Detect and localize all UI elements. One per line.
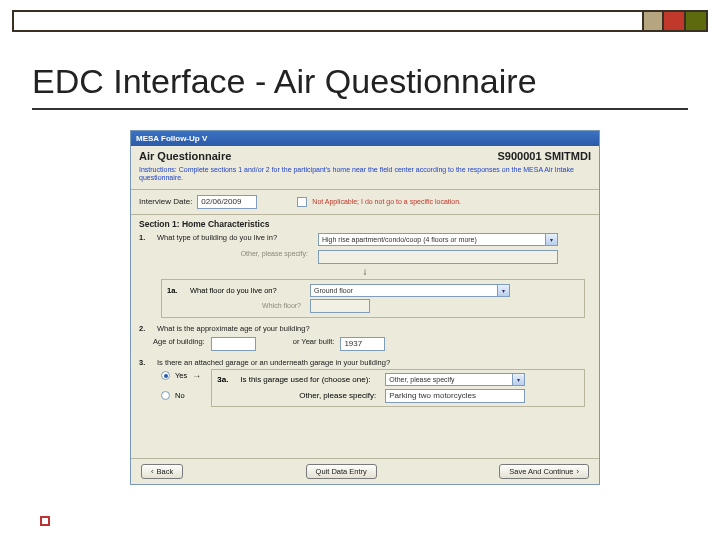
instructions-text: Instructions: Complete sections 1 and/or… <box>131 164 599 190</box>
q3a-other-label: Other, please specify: <box>240 391 380 400</box>
quit-button[interactable]: Quit Data Entry <box>306 464 377 479</box>
q1a-floor-select[interactable]: Ground floor ▾ <box>310 284 510 297</box>
q3-label: Is there an attached garage or an undern… <box>157 358 390 367</box>
q2-label: What is the approximate age of your buil… <box>157 324 310 333</box>
q2-age-label: Age of building: <box>153 337 205 346</box>
swatch-red <box>664 10 686 32</box>
q1-building-select[interactable]: High rise apartment/condo/coop (4 floors… <box>318 233 558 246</box>
back-label: Back <box>157 467 174 476</box>
chevron-left-icon: ‹ <box>151 467 154 476</box>
page-title: EDC Interface - Air Questionnaire <box>32 62 537 101</box>
save-label: Save And Continue <box>509 467 573 476</box>
chevron-right-icon: › <box>577 467 580 476</box>
form-title: Air Questionnaire <box>139 150 231 162</box>
q3a-select-value: Other, please specify <box>389 376 454 383</box>
save-continue-button[interactable]: Save And Continue › <box>499 464 589 479</box>
q1-row: 1. What type of building do you live in?… <box>131 231 599 248</box>
q1a-label: What floor do you live on? <box>190 286 305 295</box>
q3-no-label: No <box>175 391 185 400</box>
title-rule <box>32 108 688 110</box>
chevron-down-icon: ▾ <box>497 285 509 296</box>
q2-year-label: or Year built: <box>293 337 335 346</box>
q1-num: 1. <box>139 233 151 242</box>
q1a-box: 1a. What floor do you live on? Ground fl… <box>161 279 585 318</box>
slide: EDC Interface - Air Questionnaire MESA F… <box>0 0 720 540</box>
form-title-row: Air Questionnaire S900001 SMITMDI <box>131 146 599 164</box>
q3a-box: 3a. Is this garage used for (choose one)… <box>211 369 585 407</box>
q1-select-value: High rise apartment/condo/coop (4 floors… <box>322 236 477 243</box>
chevron-down-icon: ▾ <box>545 234 557 245</box>
q1a-which-floor-label: Which floor? <box>190 302 305 309</box>
q3-row: 3. Is there an attached garage or an und… <box>131 356 599 369</box>
app-window: MESA Follow-Up V Air Questionnaire S9000… <box>130 130 600 485</box>
q1a-which-floor-input[interactable] <box>310 299 370 313</box>
interview-date-label: Interview Date: <box>139 197 192 206</box>
section1-heading: Section 1: Home Characteristics <box>131 215 599 231</box>
q1a-num: 1a. <box>167 286 185 295</box>
q2-row: 2. What is the approximate age of your b… <box>131 322 599 335</box>
q2-year-input[interactable] <box>340 337 385 351</box>
q2-age-input[interactable] <box>211 337 256 351</box>
na-checkbox[interactable] <box>297 197 307 207</box>
chevron-down-icon: ▾ <box>512 374 524 385</box>
q3a-num: 3a. <box>217 375 235 384</box>
back-button[interactable]: ‹ Back <box>141 464 183 479</box>
swatch-olive <box>686 10 708 32</box>
q1-label: What type of building do you live in? <box>157 233 312 242</box>
q1-other-label: Other, please specify: <box>157 250 312 257</box>
app-header: MESA Follow-Up V <box>131 131 599 146</box>
interview-date-row: Interview Date: Not Applicable; I do not… <box>131 190 599 215</box>
q1a-select-value: Ground floor <box>314 287 353 294</box>
q1-other-input[interactable] <box>318 250 558 264</box>
button-bar: ‹ Back Quit Data Entry Save And Continue… <box>131 458 599 484</box>
interview-date-input[interactable] <box>197 195 257 209</box>
decorative-square-icon <box>40 516 50 526</box>
q3-options: Yes → No <box>161 371 201 400</box>
na-label: Not Applicable; I do not go to a specifi… <box>312 198 461 205</box>
q2-inputs-row: Age of building: or Year built: <box>145 335 599 353</box>
quit-label: Quit Data Entry <box>316 467 367 476</box>
participant-id: S900001 SMITMDI <box>497 150 591 162</box>
q3a-select[interactable]: Other, please specify ▾ <box>385 373 525 386</box>
swatch-tan <box>642 10 664 32</box>
q1-other-row: Other, please specify: <box>131 248 599 266</box>
q3-yes-radio[interactable] <box>161 371 170 380</box>
slide-topbar <box>12 10 708 32</box>
arrow-right-icon: → <box>192 371 201 381</box>
slide-swatches <box>642 10 708 32</box>
q3-num: 3. <box>139 358 151 367</box>
q3-yes-label: Yes <box>175 371 187 380</box>
q3-no-radio[interactable] <box>161 391 170 400</box>
q3a-other-input[interactable] <box>385 389 525 403</box>
q3a-label: Is this garage used for (choose one): <box>240 375 380 384</box>
q2-num: 2. <box>139 324 151 333</box>
arrow-down-icon: ↓ <box>131 266 599 277</box>
